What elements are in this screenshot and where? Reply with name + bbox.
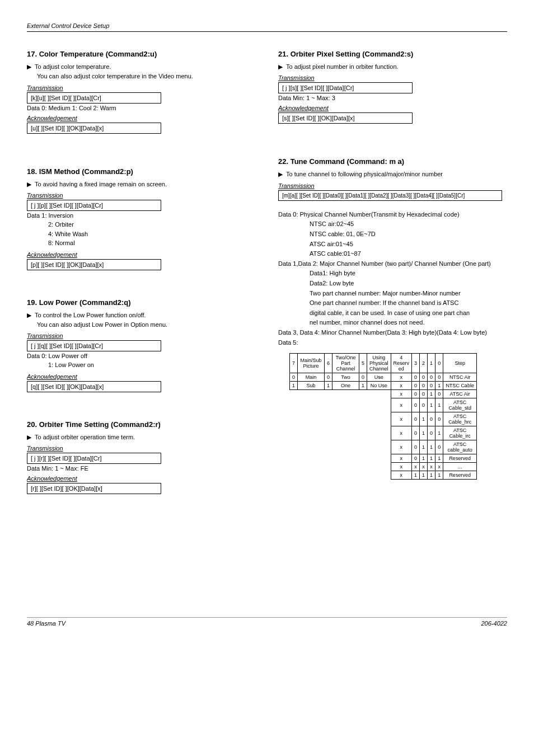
data12-a: Data1: High byte bbox=[310, 269, 507, 279]
footer: 48 Plasma TV 206-4022 bbox=[27, 617, 507, 627]
acknowledgement-code: [r][ ][Set ID][ ][OK][Data][x] bbox=[27, 483, 161, 494]
data34-line: Data 3, Data 4: Minor Channel Number(Dat… bbox=[278, 328, 507, 338]
transmission-label: Transmission bbox=[278, 74, 507, 81]
th-7: 7 bbox=[290, 354, 298, 373]
data12-f: nel number, minor channel does not need. bbox=[310, 318, 507, 328]
section-18-desc: To avoid having a fixed image remain on … bbox=[35, 180, 167, 189]
data-value-2: 1: Low Power on bbox=[48, 360, 256, 370]
section-20-desc: To adjust orbiter operation time term. bbox=[35, 433, 135, 442]
table-cell: One bbox=[332, 382, 359, 390]
table-cell: 1 bbox=[435, 454, 443, 463]
transmission-code: [ j ][s][ ][Set ID][ ][Data][Cr] bbox=[278, 82, 413, 93]
table-cell: 0 bbox=[412, 412, 420, 426]
section-17-desc: To adjust color temperature. bbox=[35, 63, 111, 71]
th-2: 2 bbox=[420, 354, 428, 373]
arrow-icon: ▶ bbox=[278, 170, 283, 179]
table-cell: 1 bbox=[412, 471, 420, 480]
table-cell: NTSC Cable bbox=[443, 382, 477, 390]
table-cell: x bbox=[391, 454, 412, 463]
table-cell: 0 bbox=[435, 390, 443, 398]
left-column: 17. Color Temperature (Command2:u) ▶To a… bbox=[27, 50, 256, 516]
table-cell: 1 bbox=[428, 390, 435, 398]
table-row: x1111Reserved bbox=[290, 471, 477, 480]
table-cell: 0 bbox=[435, 412, 443, 426]
th-physical: Using Physical Channel bbox=[367, 354, 391, 373]
th-0: 0 bbox=[435, 354, 443, 373]
section-20-title: 20. Orbiter Time Setting (Command2:r) bbox=[27, 420, 256, 429]
table-cell: x bbox=[391, 382, 412, 390]
table-cell: 1 bbox=[435, 398, 443, 412]
content-columns: 17. Color Temperature (Command2:u) ▶To a… bbox=[27, 50, 507, 516]
acknowledgement-label: Acknowledgement bbox=[27, 251, 256, 258]
acknowledgement-label: Acknowledgement bbox=[27, 475, 256, 482]
table-cell: ATSC Cable_std bbox=[443, 398, 477, 412]
table-cell: 0 bbox=[412, 426, 420, 440]
th-step: Step bbox=[443, 354, 477, 373]
table-cell: x bbox=[391, 471, 412, 480]
section-21-title: 21. Orbiter Pixel Setting (Command2:s) bbox=[278, 50, 507, 58]
table-header-row: 7 Main/Sub Picture 6 Two/One Part Channe… bbox=[290, 354, 477, 373]
table-cell: Two bbox=[332, 373, 359, 382]
data-value-4: 8: Normal bbox=[48, 238, 256, 248]
table-cell: x bbox=[391, 373, 412, 382]
table-cell: 0 bbox=[435, 373, 443, 382]
table-cell: x bbox=[391, 440, 412, 454]
th-6: 6 bbox=[325, 354, 332, 373]
section-17-title: 17. Color Temperature (Command2:u) bbox=[27, 50, 256, 58]
arrow-icon: ▶ bbox=[278, 63, 283, 71]
table-cell: 0 bbox=[428, 412, 435, 426]
table-cell: Sub bbox=[298, 382, 325, 390]
table-cell: 0 bbox=[428, 373, 435, 382]
th-reserved: 4 Reserv ed bbox=[391, 354, 412, 373]
table-cell: 1 bbox=[420, 440, 428, 454]
table-cell: x bbox=[391, 412, 412, 426]
data-value-2: 2: Orbiter bbox=[48, 220, 256, 229]
table-cell: 1 bbox=[420, 471, 428, 480]
table-spacer bbox=[290, 390, 391, 398]
table-row: x0111Reserved bbox=[290, 454, 477, 463]
transmission-label: Transmission bbox=[278, 182, 507, 189]
table-cell: 0 bbox=[435, 440, 443, 454]
section-21-desc: To adjust pixel number in orbiter functi… bbox=[286, 63, 399, 71]
table-spacer bbox=[290, 463, 391, 471]
table-cell: x bbox=[428, 463, 435, 471]
transmission-code: [m][a][ ][Set ID][ ][Data0][ ][Data1][ ]… bbox=[278, 190, 502, 201]
right-column: 21. Orbiter Pixel Setting (Command2:s) ▶… bbox=[278, 50, 507, 516]
data-value-1: Data 1: Inversion bbox=[27, 212, 256, 219]
th-1: 1 bbox=[428, 354, 435, 373]
table-cell: 0 bbox=[412, 398, 420, 412]
acknowledgement-code: [q][ ][Set ID][ ][OK][Data][x] bbox=[27, 381, 161, 392]
data-values: Data Min: 1 ~ Max: FE bbox=[27, 465, 256, 472]
data5-line: Data 5: bbox=[278, 338, 507, 348]
header-rule bbox=[27, 31, 507, 32]
table-row: x0110ATSC cable_auto bbox=[290, 440, 477, 454]
data12-line: Data 1,Data 2: Major Channel Number (two… bbox=[278, 259, 507, 269]
data-value-3: 4: White Wash bbox=[48, 229, 256, 239]
table-cell: x bbox=[391, 426, 412, 440]
table-cell: 0 bbox=[420, 373, 428, 382]
table-cell: Reserved bbox=[443, 454, 477, 463]
table-cell: 0 bbox=[428, 426, 435, 440]
section-19-title: 19. Low Power (Command2:q) bbox=[27, 298, 256, 307]
table-cell: 0 bbox=[412, 390, 420, 398]
footer-right: 206-4022 bbox=[481, 620, 508, 627]
data5-table: 7 Main/Sub Picture 6 Two/One Part Channe… bbox=[289, 353, 477, 480]
table-cell: 1 bbox=[290, 382, 298, 390]
data-value-1: Data 0: Low Power off bbox=[27, 353, 256, 359]
table-spacer bbox=[290, 471, 391, 480]
table-spacer bbox=[290, 398, 391, 412]
section-19-desc: To control the Low Power function on/off… bbox=[35, 311, 146, 320]
transmission-label: Transmission bbox=[27, 84, 256, 91]
data0-b: NTSC cable: 01, 0E~7D bbox=[310, 229, 507, 240]
th-5: 5 bbox=[359, 354, 367, 373]
data12-d: One part channel number: If the channel … bbox=[310, 298, 507, 308]
table-spacer bbox=[290, 426, 391, 440]
section-18: 18. ISM Method (Command2:p) ▶To avoid ha… bbox=[27, 167, 256, 270]
acknowledgement-code: [u][ ][Set ID][ ][OK][Data][x] bbox=[27, 123, 161, 134]
table-cell: 0 bbox=[428, 382, 435, 390]
table-row: x0101ATSC Cable_irc bbox=[290, 426, 477, 440]
data-values: Data Min: 1 ~ Max: 3 bbox=[278, 95, 507, 101]
table-cell: 1 bbox=[435, 426, 443, 440]
table-cell: No Use bbox=[367, 382, 391, 390]
table-cell: Use bbox=[367, 373, 391, 382]
